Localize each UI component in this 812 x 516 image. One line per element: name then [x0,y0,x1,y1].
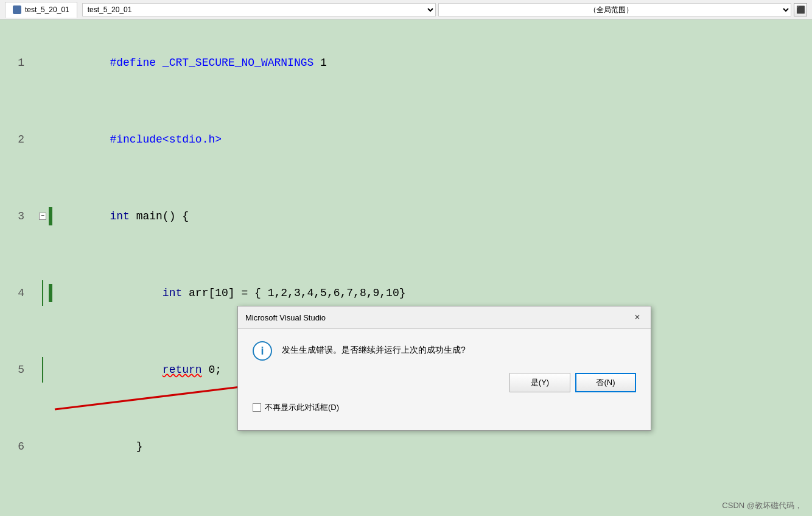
line-number-1: 1 [0,50,37,76]
dialog-close-button[interactable]: × [631,311,643,323]
macro-name: _CRT_SECURE_NO_WARNINGS [163,57,313,69]
code-line-2: 2 #include<stdio.h> [0,101,812,178]
dialog-checkbox-label: 不再显示此对话框(D) [265,402,339,413]
kw-int2: int [163,287,182,299]
include-val: <stdio.h> [163,133,222,146]
file-tab-icon [13,5,21,14]
settings-icon-box[interactable]: ⬛ [794,3,807,16]
dialog-body: i 发生生成错误。是否继续并运行上次的成功生成? 是(Y) 否(N) 不再显示此… [238,329,651,430]
dialog-title: Microsoft Visual Studio [245,313,326,322]
line-content-2: #include<stdio.h> [52,101,222,178]
dialog: Microsoft Visual Studio × i 发生生成错误。是否继续并… [237,306,651,431]
dialog-titlebar: Microsoft Visual Studio × [238,306,651,329]
watermark: CSDN @教坏磁代码， [722,500,802,511]
toolbar: test_5_20_01 test_5_20_01 （全局范围） ⬛ [0,0,812,19]
line-content-3: int main() { [52,178,189,255]
dialog-buttons: 是(Y) 否(N) [253,373,636,392]
line-content-6: } [52,408,142,485]
file-tab-label: test_5_20_01 [25,5,69,14]
pp-include: #include [110,133,162,146]
scope-selector[interactable]: （全局范围） [438,3,791,16]
settings-icon: ⬛ [796,5,805,14]
file-tab[interactable]: test_5_20_01 [5,2,77,18]
dialog-checkbox[interactable] [253,403,261,412]
pp-define: #define [110,57,156,69]
line-content-1: #define _CRT_SECURE_NO_WARNINGS 1 [52,24,327,101]
dialog-message-row: i 发生生成错误。是否继续并运行上次的成功生成? [253,341,636,361]
line-gutter-4 [37,280,49,306]
code-line-1: 1 #define _CRT_SECURE_NO_WARNINGS 1 [0,24,812,101]
line-gutter-3[interactable]: − [37,213,49,220]
line-number-2: 2 [0,127,37,152]
code-line-3: 3 − int main() { [0,178,812,255]
line-number-3: 3 [0,203,37,229]
kw-int: int [110,210,129,222]
dialog-no-button[interactable]: 否(N) [575,373,636,392]
dialog-yes-button[interactable]: 是(Y) [509,373,570,392]
file-selector[interactable]: test_5_20_01 [82,3,436,16]
kw-return: return [163,364,202,376]
info-icon: i [253,341,272,361]
collapse-button[interactable]: − [39,213,46,220]
editor-area: 1 #define _CRT_SECURE_NO_WARNINGS 1 2 #i… [0,19,812,516]
dialog-checkbox-row: 不再显示此对话框(D) [253,402,636,418]
line-content-5: return 0; [52,331,222,408]
line-gutter-5 [37,357,49,383]
dialog-message-text: 发生生成错误。是否继续并运行上次的成功生成? [282,344,466,356]
line-number-5: 5 [0,357,37,383]
line-number-6: 6 [0,434,37,459]
line-number-4: 4 [0,280,37,306]
